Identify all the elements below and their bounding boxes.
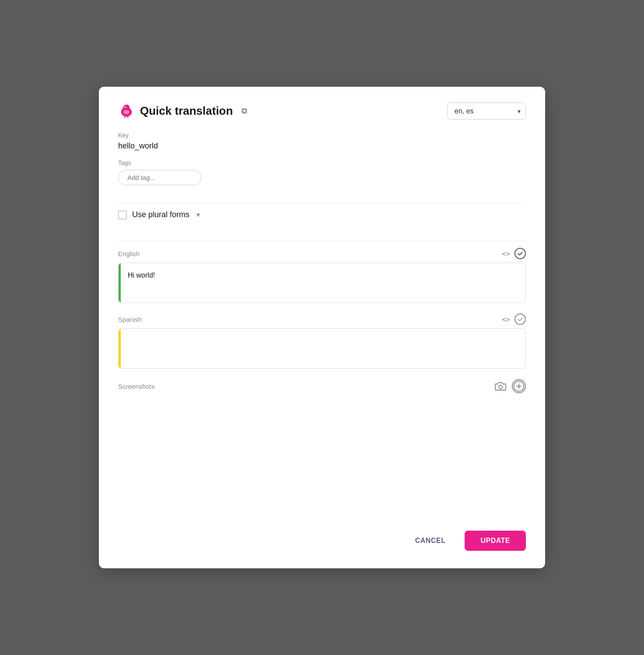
spanish-check-circle[interactable]: [514, 313, 526, 325]
key-section: Key hello_world: [118, 132, 526, 151]
language-select[interactable]: en, es en, fr en, de: [447, 102, 526, 120]
spanish-translation-section: Spanish <>: [118, 313, 526, 369]
english-code-icon[interactable]: <>: [502, 250, 510, 258]
modal-footer: CANCEL UPDATE: [118, 522, 526, 551]
screenshots-area: [118, 398, 526, 468]
screenshots-header: Screenshots: [118, 379, 526, 393]
svg-point-4: [125, 106, 126, 107]
spanish-textarea-wrapper: [118, 328, 526, 369]
screenshots-actions: [494, 379, 526, 393]
spanish-code-icon[interactable]: <>: [502, 315, 510, 324]
svg-point-5: [499, 385, 502, 389]
spanish-translation-actions: <>: [502, 313, 526, 325]
modal-title-group: Quick translation ⧉: [118, 103, 247, 120]
divider-1: [118, 203, 526, 203]
english-translation-section: English <>: [118, 248, 526, 303]
modal-title: Quick translation: [140, 104, 233, 118]
plural-forms-label: Use plural forms: [132, 210, 189, 219]
app-logo-icon: [118, 103, 135, 120]
plural-forms-chevron-icon[interactable]: ▾: [196, 211, 200, 219]
screenshots-label: Screenshots: [118, 383, 154, 390]
camera-icon[interactable]: [494, 379, 508, 393]
quick-translation-modal: Quick translation ⧉ en, es en, fr en, de…: [99, 87, 545, 568]
cancel-button[interactable]: CANCEL: [403, 531, 458, 551]
plural-forms-checkbox[interactable]: [118, 211, 127, 219]
english-translation-header: English <>: [118, 248, 526, 259]
plural-forms-section: Use plural forms ▾: [118, 210, 526, 219]
modal-header: Quick translation ⧉ en, es en, fr en, de…: [118, 102, 526, 120]
english-lang-label: English: [118, 250, 140, 257]
screenshots-section: Screenshots: [118, 379, 526, 468]
update-button[interactable]: UPDATE: [465, 531, 526, 551]
english-check-circle[interactable]: [514, 248, 526, 259]
english-textarea-wrapper: [118, 263, 526, 303]
tag-input[interactable]: [118, 170, 201, 185]
external-link-icon[interactable]: ⧉: [242, 106, 247, 116]
add-screenshot-icon[interactable]: [512, 379, 526, 393]
key-value: hello_world: [118, 141, 526, 151]
svg-point-2: [123, 110, 129, 114]
spanish-translation-header: Spanish <>: [118, 313, 526, 325]
language-select-wrapper[interactable]: en, es en, fr en, de ▾: [447, 102, 526, 120]
key-label: Key: [118, 132, 526, 139]
spanish-textarea[interactable]: [121, 329, 525, 368]
spanish-lang-label: Spanish: [118, 316, 142, 323]
english-translation-actions: <>: [502, 248, 526, 259]
tags-label: Tags: [118, 159, 526, 166]
divider-2: [118, 240, 526, 241]
english-textarea[interactable]: [121, 263, 525, 303]
tags-section: Tags: [118, 159, 526, 185]
